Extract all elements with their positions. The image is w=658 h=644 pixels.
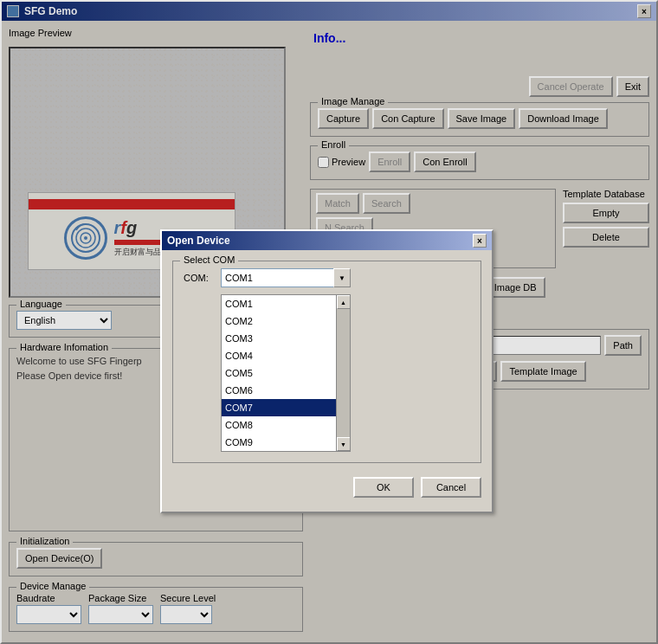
com-item-5[interactable]: COM5	[222, 364, 336, 382]
com-item-4[interactable]: COM4	[222, 347, 336, 364]
com-list-inner: COM1 COM2 COM3 COM4 COM5 COM6 COM7 COM8 …	[222, 295, 350, 451]
com-dropdown-button[interactable]: ▼	[333, 268, 351, 287]
open-device-dialog: Open Device × Select COM COM: COM1 ▼	[160, 229, 494, 513]
com-field-label: COM:	[184, 273, 214, 283]
com-item-9[interactable]: COM9	[222, 434, 336, 451]
dialog-title-bar: Open Device ×	[162, 231, 492, 250]
dialog-buttons: OK Cancel	[172, 473, 481, 501]
com-select-display[interactable]: COM1	[221, 268, 351, 287]
dialog-overlay: Open Device × Select COM COM: COM1 ▼	[0, 0, 658, 644]
com-item-3[interactable]: COM3	[222, 330, 336, 347]
scroll-up-button[interactable]: ▲	[337, 295, 351, 309]
com-selected-value: COM1	[225, 273, 253, 283]
com-list-container: COM1 COM2 COM3 COM4 COM5 COM6 COM7 COM8 …	[221, 294, 470, 452]
com-item-8[interactable]: COM8	[222, 416, 336, 434]
dialog-title-text: Open Device	[167, 235, 230, 247]
scroll-down-button[interactable]: ▼	[337, 437, 351, 451]
com-item-2[interactable]: COM2	[222, 312, 336, 330]
scroll-track[interactable]	[337, 309, 350, 437]
com-list: COM1 COM2 COM3 COM4 COM5 COM6 COM7 COM8 …	[221, 294, 351, 452]
select-com-group: Select COM COM: COM1 ▼	[172, 261, 481, 463]
com-item-6[interactable]: COM6	[222, 382, 336, 399]
dialog-body: Select COM COM: COM1 ▼	[162, 250, 492, 512]
select-com-label: Select COM	[180, 254, 238, 265]
dialog-ok-button[interactable]: OK	[353, 477, 414, 498]
com-scrollbar: ▲ ▼	[336, 295, 350, 451]
dialog-close-button[interactable]: ×	[473, 234, 487, 248]
dialog-cancel-button[interactable]: Cancel	[421, 477, 481, 498]
com-list-items: COM1 COM2 COM3 COM4 COM5 COM6 COM7 COM8 …	[222, 295, 336, 451]
com-row: COM: COM1 ▼	[184, 268, 470, 287]
com-item-7[interactable]: COM7	[222, 399, 336, 416]
com-select-wrapper: COM1 ▼	[221, 268, 351, 287]
com-item-1[interactable]: COM1	[222, 295, 336, 312]
